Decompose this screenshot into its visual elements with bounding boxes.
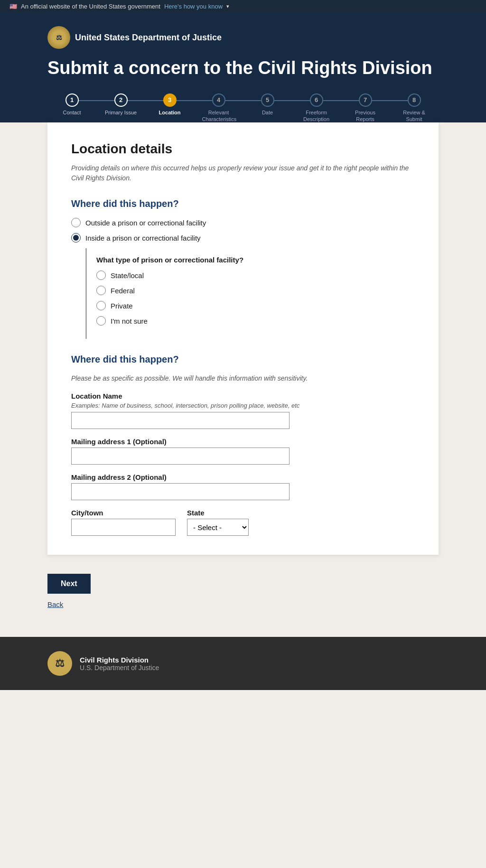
state-field: State - Select - ALAKAZAR CACOCTDE FLGAH… (187, 500, 249, 536)
footer-org-name: Civil Rights Division (80, 656, 159, 664)
location-name-input[interactable] (71, 412, 290, 429)
gov-banner: 🇺🇸 An official website of the United Sta… (0, 0, 486, 13)
step-1-label: Contact (63, 109, 81, 116)
mailing-address1-label: Mailing address 1 (Optional) (71, 438, 415, 446)
step-7-label: Previous Reports (349, 109, 382, 123)
step-4: 4 Relevant Characteristics (194, 93, 243, 123)
gov-banner-link[interactable]: Here's how you know (164, 3, 223, 10)
mailing-address1-input[interactable] (71, 448, 290, 465)
site-footer: ⚖ Civil Rights Division U.S. Department … (0, 637, 486, 690)
doj-seal: ⚖ (47, 26, 70, 49)
step-2-circle: 2 (114, 93, 128, 107)
footer-text: Civil Rights Division U.S. Department of… (80, 656, 159, 672)
inside-radio[interactable] (71, 233, 81, 243)
flag-icon: 🇺🇸 (9, 3, 17, 10)
city-input[interactable] (71, 519, 176, 536)
step-7-circle: 7 (359, 93, 372, 107)
section2: Where did this happen? Please be as spec… (71, 354, 415, 536)
gov-banner-text: An official website of the United States… (21, 3, 160, 10)
city-state-row: City/town State - Select - ALAKAZAR CACO… (71, 500, 415, 536)
step-5-label: Date (262, 109, 273, 116)
step-2: 2 Primary Issue (96, 93, 145, 116)
mailing-address2-field: Mailing address 2 (Optional) (71, 473, 415, 500)
section1-heading: Where did this happen? (71, 198, 415, 209)
location-name-field: Location Name Examples: Name of business… (71, 392, 415, 429)
federal-label: Federal (111, 287, 135, 295)
back-button[interactable]: Back (47, 600, 63, 608)
org-name: United States Department of Justice (75, 33, 222, 43)
step-5-circle: 5 (261, 93, 274, 107)
state-select[interactable]: - Select - ALAKAZAR CACOCTDE FLGAHIID IL… (187, 519, 249, 536)
private-label: Private (111, 302, 133, 310)
step-3: 3 Location (145, 93, 194, 116)
inside-option[interactable]: Inside a prison or correctional facility (71, 233, 415, 243)
not-sure-radio[interactable] (96, 316, 106, 326)
step-6-circle: 6 (310, 93, 323, 107)
step-8: 8 Review & Submit (390, 93, 439, 123)
page-title: Submit a concern to the Civil Rights Div… (47, 57, 439, 79)
chevron-down-icon: ▾ (226, 3, 229, 9)
step-2-label: Primary Issue (105, 109, 137, 116)
step-8-label: Review & Submit (398, 109, 431, 123)
state-radio[interactable] (96, 271, 106, 280)
mailing-address2-input[interactable] (71, 483, 290, 500)
location-name-label: Location Name (71, 392, 415, 400)
mailing-address1-field: Mailing address 1 (Optional) (71, 438, 415, 465)
step-1: 1 Contact (47, 93, 96, 116)
private-radio[interactable] (96, 301, 106, 310)
step-5: 5 Date (243, 93, 292, 116)
button-row: Next Back (47, 574, 439, 608)
city-field: City/town (71, 500, 176, 536)
location-name-hint: Examples: Name of business, school, inte… (71, 402, 415, 409)
outside-radio[interactable] (71, 218, 81, 227)
state-local-option[interactable]: State/local (96, 271, 405, 280)
step-6-label: Freeform Description (300, 109, 333, 123)
footer-dept-name: U.S. Department of Justice (80, 664, 159, 672)
inside-label: Inside a prison or correctional facility (85, 234, 201, 242)
main-content: Location details Providing details on wh… (0, 122, 486, 637)
not-sure-option[interactable]: I'm not sure (96, 316, 405, 326)
federal-option[interactable]: Federal (96, 286, 405, 295)
step-3-label: Location (159, 109, 181, 116)
site-header: ⚖ United States Department of Justice Su… (0, 13, 486, 122)
step-4-label: Relevant Characteristics (202, 109, 235, 123)
state-label: State (187, 509, 249, 517)
header-logo-row: ⚖ United States Department of Justice (47, 26, 439, 49)
federal-radio[interactable] (96, 286, 106, 295)
outside-option[interactable]: Outside a prison or correctional facilit… (71, 218, 415, 227)
footer-seal: ⚖ (47, 651, 72, 676)
section2-heading: Where did this happen? (71, 354, 415, 365)
form-subtitle: Providing details on where this occurred… (71, 163, 415, 183)
stepper: 1 Contact 2 Primary Issue 3 Location 4 R… (47, 93, 439, 123)
not-sure-label: I'm not sure (111, 317, 148, 325)
outside-label: Outside a prison or correctional facilit… (85, 219, 206, 227)
state-label: State/local (111, 271, 144, 280)
form-title: Location details (71, 141, 415, 157)
facility-type-subquestion: What type of prison or correctional faci… (85, 248, 415, 339)
facility-type-question: What type of prison or correctional faci… (96, 256, 405, 264)
step-8-circle: 8 (408, 93, 421, 107)
private-option[interactable]: Private (96, 301, 405, 310)
mailing-address2-label: Mailing address 2 (Optional) (71, 473, 415, 481)
step-7: 7 Previous Reports (341, 93, 390, 123)
form-card: Location details Providing details on wh… (47, 122, 439, 555)
section2-subtitle: Please be as specific as possible. We wi… (71, 373, 415, 383)
city-label: City/town (71, 509, 176, 517)
step-3-circle: 3 (163, 93, 177, 107)
location-type-group: Outside a prison or correctional facilit… (71, 218, 415, 243)
step-1-circle: 1 (65, 93, 79, 107)
step-6: 6 Freeform Description (292, 93, 341, 123)
step-4-circle: 4 (212, 93, 225, 107)
next-button[interactable]: Next (47, 574, 91, 594)
